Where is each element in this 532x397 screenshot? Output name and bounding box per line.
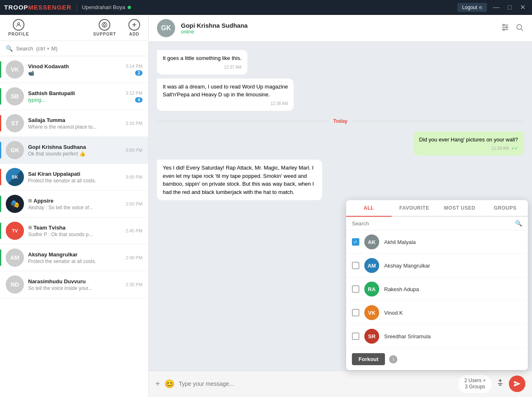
settings-icon[interactable] bbox=[501, 23, 510, 34]
checkbox-sreedhar[interactable] bbox=[352, 332, 359, 340]
chat-item-appsire[interactable]: 🎭 ⊞ Appsire Akshay : So tell the voice o… bbox=[0, 191, 148, 218]
avatar: VK bbox=[6, 60, 24, 79]
checkbox-vinod[interactable] bbox=[352, 309, 359, 316]
contact-akshay[interactable]: AM Akshay Mangrulkar bbox=[346, 254, 528, 277]
chat-item-vinod[interactable]: VK Vinod Kodavath 📹 3:14 PM 2 bbox=[0, 56, 148, 83]
contact-avatar: RA bbox=[364, 282, 379, 297]
chat-info: Sailaja Tumma Where is the nearest place… bbox=[28, 117, 126, 130]
contact-name: Akshay Mangrulkar bbox=[384, 263, 430, 269]
info-icon[interactable]: i bbox=[389, 355, 397, 364]
support-nav[interactable]: SUPPORT bbox=[93, 19, 116, 36]
chat-info: Narasimhudu Duvvuru So tell the voice in… bbox=[28, 278, 126, 291]
contact-sreedhar[interactable]: SR Sreedhar Sriramula bbox=[346, 325, 528, 348]
forkout-button[interactable]: Forkout bbox=[352, 353, 385, 365]
unread-badge: 2 bbox=[135, 70, 142, 76]
chat-header: GK Gopi Krishna Sudhana online bbox=[149, 15, 532, 42]
tab-groups[interactable]: GROUPS bbox=[482, 200, 528, 216]
tab-favourite[interactable]: FAVOURITE bbox=[392, 200, 437, 216]
forkout-users-badge[interactable]: 2 Users + 3 Groups bbox=[458, 375, 492, 393]
chat-name: Sai Kiran Uppalapati bbox=[28, 171, 126, 177]
forkout-footer: Forkout i bbox=[346, 348, 528, 370]
svg-point-10 bbox=[503, 24, 505, 26]
online-indicator bbox=[128, 6, 131, 9]
titlebar: TROOPMESSENGER Upendrahari Boya Logout ⎋… bbox=[0, 0, 532, 15]
status-bar bbox=[0, 196, 1, 212]
tab-all[interactable]: ALL bbox=[346, 200, 392, 217]
checkbox-akhil[interactable]: ✓ bbox=[352, 238, 359, 246]
attach-icon[interactable]: + bbox=[155, 379, 160, 389]
chat-time: 3:09 PM bbox=[126, 148, 142, 153]
avatar: TV bbox=[6, 222, 24, 240]
status-bar bbox=[0, 88, 1, 105]
search-input[interactable] bbox=[16, 45, 142, 52]
chat-preview: Where is the nearest place to... bbox=[28, 124, 126, 130]
svg-point-12 bbox=[503, 29, 505, 30]
chat-preview: Protect the senator at all costs. bbox=[28, 258, 126, 264]
logout-button[interactable]: Logout ⎋ bbox=[457, 3, 487, 12]
forkout-search-icon: 🔍 bbox=[515, 220, 522, 227]
tab-most-used[interactable]: MOST USED bbox=[437, 200, 482, 216]
contact-akhil[interactable]: ✓ AK Akhil Malyala bbox=[346, 230, 528, 254]
profile-nav[interactable]: PROFILE bbox=[8, 19, 29, 36]
chat-info: Akshay Mangrulkar Protect the senator at… bbox=[28, 251, 126, 264]
message-input[interactable] bbox=[179, 380, 455, 387]
svg-point-0 bbox=[18, 23, 20, 25]
logo-troop: TROOP bbox=[4, 4, 28, 11]
contact-vinod[interactable]: VK Vinod K bbox=[346, 301, 528, 325]
contact-name: Vinod K bbox=[384, 310, 403, 316]
search-icon[interactable] bbox=[515, 23, 524, 33]
message-3: Did you ever Hang' pictures on your wall… bbox=[413, 132, 524, 156]
chat-name: Gopi Krishna Sudhana bbox=[28, 144, 126, 150]
chat-item-gopi[interactable]: GK Gopi Krishna Sudhana Ok that sounds p… bbox=[0, 137, 148, 164]
emoji-icon[interactable]: 😊 bbox=[164, 379, 175, 389]
left-panel: PROFILE SUPPORT ADD bbox=[0, 15, 149, 397]
chat-info: Sai Kiran Uppalapati Protect the senator… bbox=[28, 171, 126, 184]
chat-preview: typing... bbox=[28, 97, 126, 103]
chat-item-sathish[interactable]: SB Sathish Bantupalli typing... 3:12 PM … bbox=[0, 83, 148, 110]
contact-rakesh[interactable]: RA Rakesh Adupa bbox=[346, 277, 528, 301]
contact-avatar: VK bbox=[364, 305, 379, 320]
chat-item-saikiran[interactable]: SK Sai Kiran Uppalapati Protect the sena… bbox=[0, 164, 148, 191]
send-button[interactable] bbox=[509, 375, 525, 392]
contact-avatar: AK bbox=[364, 234, 379, 249]
chat-item-narasimhudu[interactable]: ND Narasimhudu Duvvuru So tell the voice… bbox=[0, 271, 148, 298]
checkbox-akshay[interactable] bbox=[352, 262, 359, 269]
chat-meta: 2:50 PM bbox=[126, 201, 142, 206]
svg-point-2 bbox=[104, 24, 106, 26]
voice-icon[interactable] bbox=[496, 378, 505, 390]
chat-time: 3:14 PM bbox=[126, 64, 142, 69]
chat-meta: 3:10 PM bbox=[126, 121, 142, 126]
header-status: online bbox=[181, 29, 495, 35]
message-time: 11:39 AM ✓✓ bbox=[419, 145, 518, 151]
minimize-button[interactable]: — bbox=[490, 3, 502, 12]
profile-icon bbox=[13, 19, 24, 31]
chat-name: Narasimhudu Duvvuru bbox=[28, 278, 126, 285]
close-button[interactable]: ✕ bbox=[518, 2, 528, 12]
chat-meta: 3:09 PM bbox=[126, 148, 142, 153]
support-icon bbox=[99, 19, 110, 31]
add-label: ADD bbox=[129, 32, 140, 36]
window-controls: Logout ⎋ — □ ✕ bbox=[457, 2, 528, 12]
chat-item-sailaja[interactable]: ST Sailaja Tumma Where is the nearest pl… bbox=[0, 110, 148, 137]
chat-name: Vinod Kodavath bbox=[28, 63, 126, 69]
add-nav[interactable]: ADD bbox=[128, 19, 140, 36]
message-2: It was all a dream, I used to read Word … bbox=[157, 79, 294, 111]
contact-avatar: AM bbox=[364, 258, 379, 273]
status-bar bbox=[0, 142, 1, 158]
forkout-search-input[interactable] bbox=[352, 220, 512, 227]
chat-time: 2:45 PM bbox=[126, 228, 142, 233]
chat-item-teamtvisha[interactable]: TV ⊞ Team Tvisha Sudhir P : Ok that soun… bbox=[0, 218, 148, 244]
titlebar-divider bbox=[76, 3, 77, 12]
user-status: Upendrahari Boya bbox=[82, 4, 131, 10]
chat-meta: 3:14 PM 2 bbox=[126, 64, 142, 76]
checkbox-rakesh[interactable] bbox=[352, 285, 359, 293]
chat-preview: Protect the senator at all costs. bbox=[28, 178, 126, 184]
chat-preview: So tell the voice inside your... bbox=[28, 285, 126, 291]
search-box: 🔍 bbox=[0, 41, 148, 56]
svg-point-11 bbox=[506, 26, 508, 28]
chat-item-akshay[interactable]: AM Akshay Mangrulkar Protect the senator… bbox=[0, 244, 148, 271]
support-label: SUPPORT bbox=[93, 32, 116, 36]
status-bar bbox=[0, 169, 1, 185]
avatar: ND bbox=[6, 275, 24, 294]
maximize-button[interactable]: □ bbox=[505, 3, 514, 12]
